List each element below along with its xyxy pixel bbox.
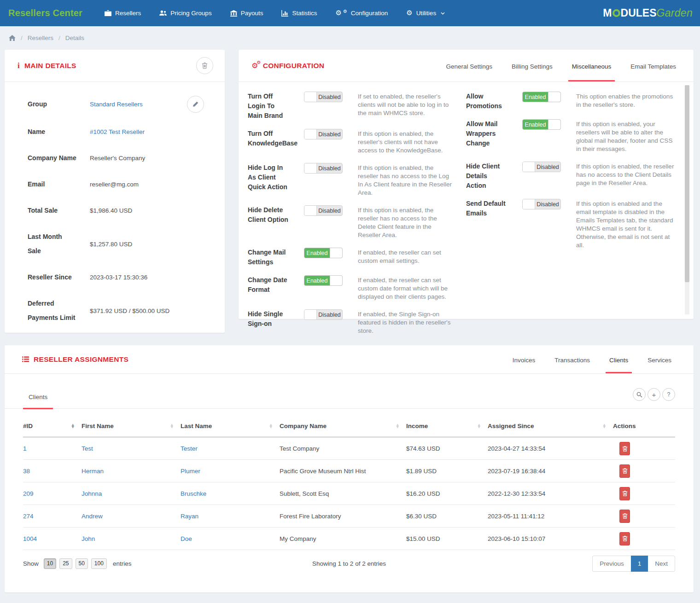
toggle-hide-delete-client[interactable]: Disabled: [304, 205, 343, 216]
tab-miscellaneous[interactable]: Miscellaneous: [568, 50, 615, 81]
page-size-10[interactable]: 10: [44, 558, 56, 569]
remove-client-button[interactable]: [619, 464, 630, 478]
setting-hide-single-sign-on: Hide Single Sign-on Disabled If enabled,…: [248, 309, 454, 335]
client-id-link[interactable]: 209: [23, 490, 34, 497]
main-details-title-text: MAIN DETAILS: [24, 62, 76, 70]
client-id-link[interactable]: 38: [23, 468, 30, 475]
client-last-name-link[interactable]: Doe: [181, 535, 192, 542]
nav-item-payouts[interactable]: Payouts: [221, 0, 273, 26]
nav-item-resellers[interactable]: Resellers: [95, 0, 150, 26]
tab-transactions[interactable]: Transactions: [551, 345, 594, 373]
add-client-button[interactable]: +: [648, 388, 660, 401]
setting-description: If this option is enabled, the reseller …: [358, 205, 454, 239]
detail-row-deferred-limit: Deferred Payments Limit $371.92 USD / $5…: [28, 296, 204, 325]
client-first-name-link[interactable]: Andrew: [82, 513, 103, 520]
toggle-hide-login-as-client[interactable]: Disabled: [304, 163, 343, 174]
group-value-link[interactable]: Standard Resellers: [90, 101, 143, 108]
edit-group-button[interactable]: [187, 96, 204, 113]
name-value-link[interactable]: #1002 Test Reseller: [90, 128, 145, 135]
list-icon: [22, 356, 29, 362]
column-label: #ID: [23, 423, 33, 429]
client-id-link[interactable]: 274: [23, 513, 34, 520]
remove-client-button[interactable]: [619, 442, 630, 455]
nav-item-utilities[interactable]: ⚙ Utilities: [397, 0, 454, 26]
detail-label: Deferred Payments Limit: [28, 296, 90, 325]
setting-change-mail-settings: Change Mail Settings Enabled If enabled,…: [248, 248, 454, 267]
client-company: Pacific Grove Museum Ntrl Hist: [280, 468, 366, 475]
column-header-last-name[interactable]: Last Name▲▼: [181, 409, 280, 437]
nav-item-label: Statistics: [292, 10, 317, 17]
page-size-25[interactable]: 25: [59, 558, 72, 569]
toggle-change-mail-settings[interactable]: Enabled: [304, 248, 343, 258]
client-first-name-link[interactable]: Johnna: [82, 490, 102, 497]
client-company: Forest Fire Laboratory: [280, 513, 341, 520]
page-size-50[interactable]: 50: [76, 558, 88, 569]
toggle-hide-client-details[interactable]: Disabled: [522, 162, 561, 172]
tab-services[interactable]: Services: [644, 345, 675, 373]
toggle-hide-single-sign-on[interactable]: Disabled: [304, 309, 343, 320]
sort-icon: ▲▼: [397, 424, 399, 429]
tab-email-templates[interactable]: Email Templates: [627, 50, 680, 81]
delete-reseller-button[interactable]: [196, 57, 213, 74]
client-last-name-link[interactable]: Tester: [181, 445, 198, 452]
column-header-first-name[interactable]: First Name▲▼: [82, 409, 181, 437]
toggle-knob: [523, 162, 535, 172]
client-first-name-link[interactable]: Test: [82, 445, 93, 452]
showing-entries-text: Showing 1 to 2 of 2 entries: [312, 560, 386, 567]
next-page-button[interactable]: Next: [648, 556, 675, 572]
client-id-link[interactable]: 1004: [23, 535, 37, 542]
column-header-income[interactable]: Income▲▼: [406, 409, 488, 437]
column-header-company[interactable]: Company Name▲▼: [280, 409, 406, 437]
toggle-state-label: Disabled: [317, 92, 342, 102]
breadcrumb-resellers[interactable]: Resellers: [28, 35, 53, 41]
tab-general-settings[interactable]: General Settings: [443, 50, 496, 81]
nav-item-configuration[interactable]: ⚙⚙ Configuration: [326, 0, 397, 26]
tab-billing-settings[interactable]: Billing Settings: [508, 50, 556, 81]
configuration-title: ⚙⚙ CONFIGURATION: [251, 62, 324, 70]
remove-client-button[interactable]: [619, 487, 630, 500]
detail-row-reseller-since: Reseller Since 2023-03-17 15:30:36: [28, 270, 204, 284]
client-first-name-link[interactable]: Herman: [82, 468, 104, 475]
subtab-clients[interactable]: Clients: [23, 394, 53, 409]
remove-client-button[interactable]: [619, 510, 630, 523]
home-icon[interactable]: [9, 35, 16, 41]
setting-hide-delete-client: Hide Delete Client Option Disabled If th…: [248, 205, 454, 239]
toggle-turn-off-login[interactable]: Disabled: [304, 92, 343, 102]
client-first-name-link[interactable]: John: [82, 535, 95, 542]
info-icon: i: [18, 61, 20, 70]
table-header-row: #ID▲▼ First Name▲▼ Last Name▲▼ Company N…: [23, 409, 675, 437]
help-button[interactable]: ?: [662, 388, 675, 401]
sort-icon: ▲▼: [478, 424, 480, 429]
tab-invoices[interactable]: Invoices: [509, 345, 539, 373]
client-id-link[interactable]: 1: [23, 445, 27, 452]
client-last-name-link[interactable]: Rayan: [181, 513, 198, 520]
previous-page-button[interactable]: Previous: [592, 556, 631, 572]
toggle-state-label: Disabled: [535, 199, 560, 209]
sort-icon: ▲▼: [603, 424, 606, 429]
client-last-name-link[interactable]: Plumer: [181, 468, 200, 475]
toggle-change-date-format[interactable]: Enabled: [304, 275, 343, 286]
tab-clients[interactable]: Clients: [606, 345, 632, 373]
sort-icon: ▲▼: [72, 424, 74, 429]
client-last-name-link[interactable]: Bruschke: [181, 490, 206, 497]
remove-client-button[interactable]: [619, 532, 630, 545]
search-button[interactable]: [633, 388, 646, 401]
toggle-allow-mail-wrappers[interactable]: Enabled: [522, 119, 561, 130]
toggle-allow-promotions[interactable]: Enabled: [522, 92, 561, 102]
scrollbar-thumb[interactable]: [685, 85, 689, 282]
gear-icon: ⚙: [406, 10, 412, 17]
toggle-turn-off-knowledgebase[interactable]: Disabled: [304, 129, 343, 139]
column-header-id[interactable]: #ID▲▼: [23, 409, 82, 437]
client-assigned-since: 2023-04-27 14:33:54: [488, 445, 545, 452]
toggle-send-default-emails[interactable]: Disabled: [522, 199, 561, 209]
pencil-icon: [192, 101, 198, 107]
page-1-button[interactable]: 1: [631, 556, 648, 572]
nav-item-pricing-groups[interactable]: Pricing Groups: [150, 0, 221, 26]
bar-chart-icon: [281, 10, 288, 17]
logo-text-garden: Garden: [656, 7, 693, 19]
column-header-assigned-since[interactable]: Assigned Since▲▼: [488, 409, 613, 437]
nav-item-statistics[interactable]: Statistics: [272, 0, 326, 26]
page-size-100[interactable]: 100: [91, 558, 107, 569]
table-row: 1 Test Tester Test Company $74.63 USD 20…: [23, 437, 675, 460]
setting-turn-off-knowledgebase: Turn Off KnowledgeBase Disabled If this …: [248, 129, 454, 155]
